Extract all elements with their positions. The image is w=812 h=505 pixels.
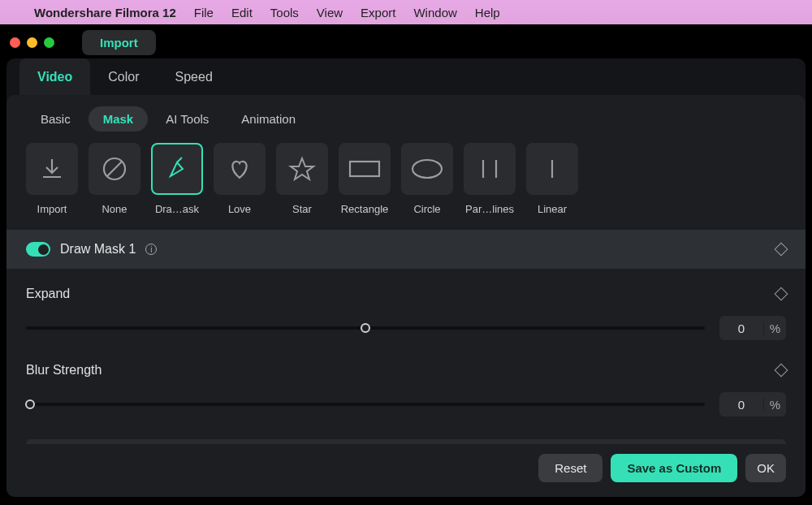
menu-edit[interactable]: Edit (231, 6, 253, 19)
subtab-ai-tools[interactable]: AI Tools (151, 106, 223, 132)
menu-tools[interactable]: Tools (270, 6, 299, 19)
secondary-tabs: Basic Mask AI Tools Animation (6, 95, 806, 132)
expand-value[interactable]: 0 % (719, 316, 786, 340)
inspector-panel: Video Color Speed Basic Mask AI Tools An… (6, 58, 806, 497)
section-header: Draw Mask 1 i (6, 230, 806, 269)
mask-types-row: Import None Dra…ask Love (6, 132, 806, 230)
primary-tabs: Video Color Speed (6, 58, 806, 95)
mask-properties: Expand 0 % Blur Strength (6, 269, 806, 444)
macos-menubar: Wondershare Filmora 12 File Edit Tools V… (0, 0, 812, 24)
download-icon (38, 155, 66, 183)
reset-button[interactable]: Reset (538, 454, 603, 482)
blur-label: Blur Strength (26, 363, 102, 378)
circle-icon (409, 155, 445, 183)
import-button[interactable]: Import (82, 30, 156, 55)
star-icon (288, 155, 316, 183)
menu-help[interactable]: Help (475, 6, 500, 19)
section-title: Draw Mask 1 (60, 242, 136, 257)
mask-enabled-toggle[interactable] (26, 242, 50, 257)
blur-slider[interactable] (26, 403, 705, 406)
save-as-custom-button[interactable]: Save as Custom (611, 454, 737, 482)
pen-icon (163, 155, 191, 183)
footer-buttons: Reset Save as Custom OK (6, 444, 806, 497)
info-icon[interactable]: i (145, 244, 157, 255)
mask-label: Love (228, 203, 251, 215)
rectangle-icon (347, 155, 382, 183)
svg-line-1 (107, 162, 122, 176)
mask-type-rectangle[interactable]: Rectangle (339, 143, 391, 215)
menu-export[interactable]: Export (361, 6, 395, 19)
mask-label: Circle (413, 203, 440, 215)
mask-type-none[interactable]: None (89, 143, 140, 215)
menu-view[interactable]: View (317, 6, 343, 19)
close-icon[interactable] (10, 37, 20, 48)
mask-type-circle[interactable]: Circle (401, 143, 453, 215)
ok-button[interactable]: OK (745, 454, 786, 482)
mask-label: None (102, 203, 127, 215)
blur-strength-group: Blur Strength 0 % (26, 363, 786, 417)
tab-speed[interactable]: Speed (158, 58, 231, 95)
mask-label: Rectangle (341, 203, 389, 215)
none-icon (101, 155, 128, 183)
expand-group: Expand 0 % (26, 287, 786, 340)
svg-rect-2 (350, 162, 379, 176)
parallel-lines-icon (472, 155, 508, 183)
blur-value[interactable]: 0 % (719, 392, 786, 417)
mask-label: Import (37, 203, 67, 215)
mask-type-linear[interactable]: Linear (526, 143, 578, 215)
minimize-icon[interactable] (27, 37, 37, 48)
expand-slider[interactable] (26, 326, 705, 330)
mask-label: Star (292, 203, 312, 215)
mask-label: Par…lines (465, 203, 514, 215)
panel-body: Basic Mask AI Tools Animation Import Non… (6, 95, 806, 497)
mask-type-love[interactable]: Love (214, 143, 266, 215)
mask-type-import[interactable]: Import (26, 143, 78, 215)
svg-point-3 (412, 160, 442, 178)
tab-video[interactable]: Video (19, 58, 90, 95)
mask-type-parallel-lines[interactable]: Par…lines (464, 143, 516, 215)
subtab-animation[interactable]: Animation (227, 106, 310, 132)
mask-label: Linear (538, 203, 567, 215)
tab-color[interactable]: Color (90, 58, 157, 95)
menu-window[interactable]: Window (413, 6, 456, 19)
mask-type-star[interactable]: Star (276, 143, 328, 215)
app-name[interactable]: Wondershare Filmora 12 (34, 6, 176, 19)
expand-label: Expand (26, 287, 70, 301)
subtab-basic[interactable]: Basic (26, 106, 85, 132)
keyframe-icon[interactable] (775, 364, 788, 378)
subtab-mask[interactable]: Mask (89, 106, 149, 132)
keyframe-icon[interactable] (775, 243, 788, 257)
fullscreen-icon[interactable] (44, 37, 54, 48)
mask-type-draw-mask[interactable]: Dra…ask (151, 143, 203, 215)
traffic-lights (10, 37, 76, 48)
linear-icon (538, 155, 566, 183)
keyframe-icon[interactable] (775, 287, 788, 301)
mask-label: Dra…ask (155, 203, 199, 215)
menu-file[interactable]: File (194, 6, 214, 19)
heart-icon (226, 155, 253, 183)
window-controls-bar: Import (0, 24, 812, 60)
